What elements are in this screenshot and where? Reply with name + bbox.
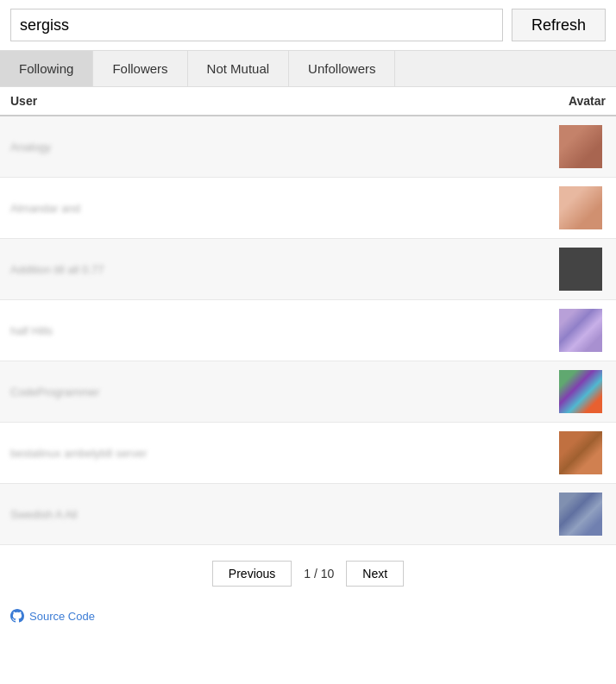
avatar-image xyxy=(559,370,602,413)
avatar xyxy=(556,431,606,474)
table-row: Almandar and xyxy=(0,178,616,239)
table-body: AnalogyAlmandar andAddition till all 0.7… xyxy=(0,116,616,545)
tabs-bar: Following Followers Not Mutual Unfollowe… xyxy=(0,51,616,87)
col-avatar-header: Avatar xyxy=(569,94,606,108)
footer: Source Code xyxy=(0,602,616,633)
avatar-image xyxy=(559,431,602,474)
table-header: User Avatar xyxy=(0,87,616,116)
tab-not-mutual[interactable]: Not Mutual xyxy=(188,51,290,86)
previous-button[interactable]: Previous xyxy=(212,561,292,587)
tab-following[interactable]: Following xyxy=(0,51,93,86)
avatar-image xyxy=(559,125,602,168)
row-username: half Hills xyxy=(10,324,556,337)
avatar-image xyxy=(559,186,602,229)
avatar-image xyxy=(559,493,602,536)
table-row: half Hills xyxy=(0,300,616,361)
avatar-image xyxy=(559,248,602,291)
github-icon xyxy=(10,609,24,623)
next-button[interactable]: Next xyxy=(346,561,404,587)
tab-followers[interactable]: Followers xyxy=(93,51,187,86)
table-row: Addition till all 0.77 xyxy=(0,239,616,300)
table-row: Swedish A All xyxy=(0,484,616,545)
row-username: Addition till all 0.77 xyxy=(10,263,556,276)
avatar xyxy=(556,125,606,168)
table-row: CodeProgrammer xyxy=(0,361,616,423)
avatar xyxy=(556,370,606,413)
row-username: Swedish A All xyxy=(10,508,556,521)
avatar xyxy=(556,186,606,229)
user-table: User Avatar AnalogyAlmandar andAddition … xyxy=(0,87,616,545)
col-user-header: User xyxy=(10,94,37,108)
row-username: Analogy xyxy=(10,141,556,154)
table-row: bestalinux ambelyb8 server xyxy=(0,423,616,484)
table-row: Analogy xyxy=(0,116,616,178)
row-username: Almandar and xyxy=(10,202,556,215)
pagination: Previous 1 / 10 Next xyxy=(0,545,616,602)
avatar-image xyxy=(559,309,602,352)
header: Refresh xyxy=(0,0,616,51)
avatar xyxy=(556,493,606,536)
avatar xyxy=(556,309,606,352)
avatar xyxy=(556,248,606,291)
username-input[interactable] xyxy=(10,9,503,41)
row-username: bestalinux ambelyb8 server xyxy=(10,447,556,460)
refresh-button[interactable]: Refresh xyxy=(512,9,606,41)
source-code-link[interactable]: Source Code xyxy=(29,610,95,623)
tab-unfollowers[interactable]: Unfollowers xyxy=(289,51,395,86)
page-indicator: 1 / 10 xyxy=(299,567,339,580)
row-username: CodeProgrammer xyxy=(10,386,556,398)
